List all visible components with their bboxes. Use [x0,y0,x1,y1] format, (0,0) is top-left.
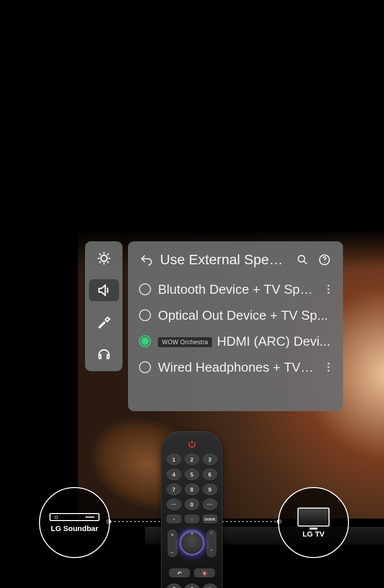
wheel-area: + − ˄ ˅ ˄ [168,530,216,565]
wow-orchestra-badge: WOW Orchestra [158,337,212,347]
settings-sidebar [85,241,122,371]
channel-up-icon: ˄ [210,532,213,538]
sound-out-panel: Use External Speak... Blutooth Device + … [128,241,343,411]
option-label: Blutooth Device + TV Spea... [158,282,317,297]
num-more-l[interactable]: ⋯ [166,499,182,511]
option-label: Wired Headphones + TV Sp... [158,360,317,375]
num-2[interactable]: 2 [184,454,200,466]
sidebar-general-icon[interactable] [89,311,119,333]
volume-rocker[interactable]: + − [168,530,178,558]
radio-icon [139,309,151,321]
option-text: HDMI (ARC) Devi... [217,334,330,349]
chevron-up-icon: ˄ [190,533,194,541]
num-9[interactable]: 9 [202,484,218,496]
volume-down-icon: − [170,550,174,556]
soundbar-icon [50,513,100,521]
power-button[interactable] [186,439,198,450]
more-icon[interactable] [324,363,333,372]
soundbar-label: LG Soundbar [51,524,98,533]
num-6[interactable]: 6 [202,469,218,481]
channel-rocker[interactable]: ˄ ˅ [206,530,216,558]
num-8[interactable]: 8 [184,484,200,496]
panel-header: Use External Speak... [138,248,333,271]
search-icon[interactable] [294,251,311,268]
svg-point-3 [324,262,325,263]
num-4[interactable]: 4 [166,469,182,481]
list-button[interactable]: ≡ [166,515,182,524]
remote-bottom-row [166,584,218,588]
input-button[interactable]: □ [184,515,200,524]
svg-point-0 [100,255,107,262]
remote-util-row: ≡ □ GUIDE [166,515,218,525]
number-pad: 1 2 3 4 5 6 7 8 9 ⋯ 0 ⋯ [166,454,218,511]
option-label: Optical Out Device + TV Sp... [158,308,333,323]
remote-control: 1 2 3 4 5 6 7 8 9 ⋯ 0 ⋯ ≡ □ GUIDE + − ˄ … [161,431,222,588]
remote-mid-row: ↶ 🔇 [169,569,215,578]
option-bluetooth[interactable]: Blutooth Device + TV Spea... [138,276,333,302]
tv-label: LG TV [302,530,324,538]
help-icon[interactable] [316,251,333,268]
mic-button[interactable] [184,584,200,588]
sidebar-picture-icon[interactable] [89,247,119,269]
guide-button[interactable]: GUIDE [202,515,218,524]
tv-indicator: LG TV [278,487,349,558]
panel-title: Use External Speak... [160,252,289,268]
scroll-wheel[interactable]: ˄ [178,530,206,557]
radio-icon-selected [139,335,151,347]
back-remote-button[interactable]: ↶ [169,569,190,578]
back-button[interactable] [138,251,155,268]
home-button[interactable] [166,584,182,588]
sidebar-sound-icon[interactable] [89,279,119,301]
more-icon[interactable] [324,285,333,294]
sidebar-support-icon[interactable] [89,343,119,365]
num-more-r[interactable]: ⋯ [202,499,218,511]
option-wired-headphones[interactable]: Wired Headphones + TV Sp... [138,354,333,380]
volume-up-icon: + [170,532,174,538]
radio-icon [139,361,151,373]
svg-point-1 [298,255,304,262]
radio-icon [139,283,151,295]
num-7[interactable]: 7 [166,484,182,496]
mute-button[interactable]: 🔇 [194,569,215,578]
soundbar-indicator: LG Soundbar [39,487,110,558]
option-optical[interactable]: Optical Out Device + TV Sp... [138,302,333,328]
settings-button[interactable] [202,584,218,588]
channel-down-icon: ˅ [210,549,213,556]
option-hdmi-arc[interactable]: WOW OrchestraHDMI (ARC) Devi... [138,328,333,354]
tv-icon [298,508,330,527]
num-0[interactable]: 0 [184,499,200,511]
num-3[interactable]: 3 [202,454,218,466]
background-video-figure [352,259,384,519]
num-1[interactable]: 1 [166,454,182,466]
num-5[interactable]: 5 [184,469,200,481]
option-label: WOW OrchestraHDMI (ARC) Devi... [158,334,333,349]
